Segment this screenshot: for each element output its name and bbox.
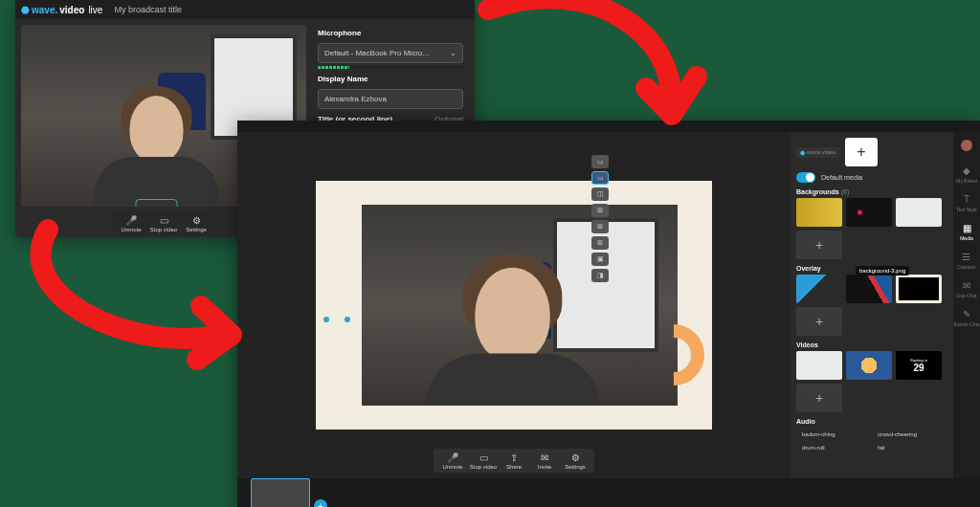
share-icon: ⇪ <box>508 452 520 463</box>
audio-item[interactable]: drum-roll <box>796 441 872 454</box>
right-tab-strip: ◆My Brand TText Style ▦Media ☰Captions ✉… <box>953 132 980 478</box>
background-thumb[interactable] <box>896 198 942 227</box>
unmute-label: Unmute <box>121 227 141 232</box>
add-video[interactable]: + <box>796 384 842 412</box>
tab-my-brand[interactable]: ◆My Brand <box>956 165 976 184</box>
mic-off-icon: 🎤 <box>125 214 137 226</box>
participant-thumb[interactable]: 🎤Alexandra Ezhova <box>251 478 310 507</box>
audio-item[interactable]: badum-ching <box>796 428 872 441</box>
studio-topbar <box>237 121 980 132</box>
default-media-label: Default media <box>821 174 862 181</box>
audio-row: badum-ching crowd-cheering drum-roll fai… <box>796 428 947 454</box>
add-overlay[interactable]: + <box>796 307 842 336</box>
camera-icon: ▭ <box>158 214 169 226</box>
stage-canvas <box>316 181 712 430</box>
preview-controls: 🎤 Unmute ▭ Stop video ⚙ Settings <box>112 211 215 235</box>
layout-grid3[interactable]: ⊞ <box>591 204 609 217</box>
backgrounds-row: + <box>796 198 947 259</box>
bg-tooltip: background-3.png <box>856 266 909 276</box>
overlay-thumb-selected[interactable] <box>896 275 942 303</box>
chat-icon: ✉ <box>961 279 972 291</box>
layout-sidebar[interactable]: ◨ <box>591 269 609 282</box>
brand-icon: ◆ <box>961 165 972 176</box>
settings-label: Settings <box>186 227 207 232</box>
stage-area: 🎤Unmute ▭Stop video ⇪Share ✉Invite ⚙Sett… <box>237 132 791 478</box>
layout-single[interactable]: ▭ <box>591 155 609 168</box>
default-media-toggle[interactable] <box>796 172 815 183</box>
stage-controls: 🎤Unmute ▭Stop video ⇪Share ✉Invite ⚙Sett… <box>434 449 594 473</box>
brand-video: video <box>59 5 84 15</box>
video-thumb[interactable] <box>846 351 892 380</box>
mic-level-meter <box>318 66 463 69</box>
video-countdown-thumb[interactable]: Starting in 29 <box>896 351 942 380</box>
audio-item[interactable]: crowd-cheering <box>872 428 947 441</box>
overlay-thumb[interactable] <box>796 275 842 303</box>
camera-icon: ▭ <box>478 452 489 463</box>
gear-icon: ⚙ <box>190 214 202 226</box>
backgrounds-label: Backgrounds (6) <box>796 188 947 195</box>
gear-icon: ⚙ <box>569 452 581 463</box>
studio-window: 🎤Unmute ▭Stop video ⇪Share ✉Invite ⚙Sett… <box>237 121 980 507</box>
background-thumb[interactable] <box>846 198 892 227</box>
preview-settings-button[interactable]: ⚙ Settings <box>182 214 211 232</box>
audio-label: Audio <box>796 418 947 425</box>
stop-video-label: Stop video <box>150 227 177 232</box>
broadcast-title: My broadcast title <box>114 5 182 14</box>
mic-label: Microphone <box>318 29 463 37</box>
background-thumb[interactable] <box>796 198 842 227</box>
audio-item[interactable]: fail <box>872 441 947 454</box>
user-avatar[interactable] <box>961 140 972 151</box>
display-name-input[interactable] <box>318 89 463 109</box>
layout-pip[interactable]: ▣ <box>591 253 609 266</box>
unmute-button[interactable]: 🎤 Unmute <box>117 214 145 232</box>
layout-grid4[interactable]: ⊞ <box>591 220 609 233</box>
participant-strip: 🎤Alexandra Ezhova + <box>237 478 980 507</box>
layout-framed[interactable]: ▭ <box>591 171 609 185</box>
stop-video-button[interactable]: ▭ Stop video <box>149 214 178 232</box>
overlay-row: + <box>796 275 947 336</box>
mic-value: Default - MacBook Pro Micro… <box>324 49 430 57</box>
stage-invite-button[interactable]: ✉Invite <box>530 452 559 470</box>
add-participant-button[interactable]: + <box>314 499 327 507</box>
name-label: Display Name <box>318 75 463 83</box>
setup-header: ⬣ wave.video live My broadcast title <box>15 0 475 19</box>
media-panel: ⬣wave.video + Default media Backgrounds … <box>791 132 953 478</box>
stage-settings-button[interactable]: ⚙Settings <box>561 452 590 470</box>
brand-wave: wave. <box>32 5 57 15</box>
captions-icon: ☰ <box>961 251 972 262</box>
brand-logo: ⬣ wave.video live <box>21 5 102 15</box>
stage-stop-video-button[interactable]: ▭Stop video <box>469 452 498 470</box>
videos-label: Videos <box>796 342 947 348</box>
chevron-down-icon: ⌄ <box>450 49 457 57</box>
events-icon: ✎ <box>961 308 972 320</box>
layout-buttons: ▭ ▭ ◫ ⊞ ⊞ ⊞ ▣ ◨ <box>591 155 609 282</box>
mic-select[interactable]: Default - MacBook Pro Micro… ⌄ <box>318 43 463 63</box>
overlay-thumb[interactable] <box>846 275 892 303</box>
invite-icon: ✉ <box>539 452 550 463</box>
tab-captions[interactable]: ☰Captions <box>957 251 976 270</box>
brand-live: live <box>88 5 102 15</box>
mic-off-icon: 🎤 <box>447 452 458 463</box>
annotation-arrow-2 <box>19 220 268 377</box>
videos-row: Starting in 29 + <box>796 351 947 412</box>
tab-events-chat[interactable]: ✎Events Chat <box>953 308 979 327</box>
layout-split2[interactable]: ◫ <box>591 187 609 201</box>
tab-live-chat[interactable]: ✉Live Chat <box>956 279 976 298</box>
media-icon: ▦ <box>961 222 972 233</box>
tab-media[interactable]: ▦Media <box>960 222 973 241</box>
add-background[interactable]: + <box>796 231 842 259</box>
brand-tile[interactable]: ⬣wave.video <box>796 147 839 158</box>
stage-unmute-button[interactable]: 🎤Unmute <box>438 452 467 470</box>
text-icon: T <box>961 193 972 205</box>
layout-grid6[interactable]: ⊞ <box>591 236 609 250</box>
stage-share-button[interactable]: ⇪Share <box>500 452 528 470</box>
video-thumb[interactable] <box>796 351 842 380</box>
tab-text-style[interactable]: TText Style <box>956 193 977 212</box>
add-brand-tile[interactable]: + <box>845 138 878 166</box>
stage-camera-feed <box>362 205 678 406</box>
